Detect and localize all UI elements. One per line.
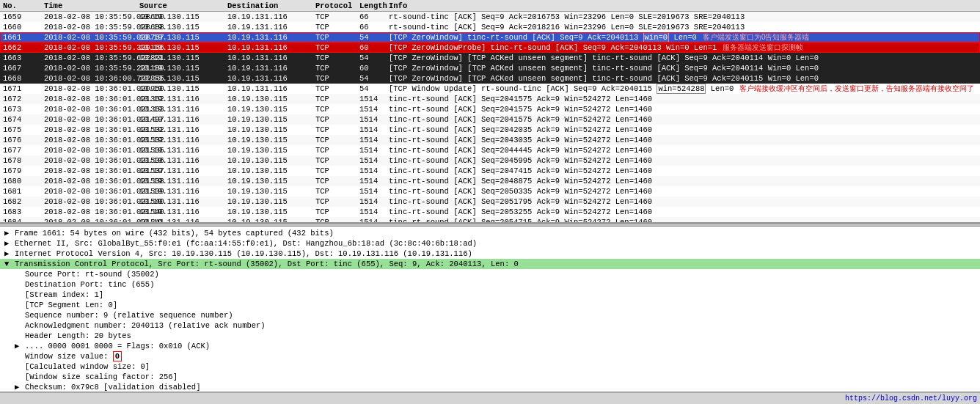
expand-icon[interactable]: ▶ <box>15 382 23 392</box>
detail-line[interactable]: Sequence number: 9 (relative sequence nu… <box>0 310 980 320</box>
packet-src: 10.19.130.115 <box>139 12 227 22</box>
packet-src: 10.19.130.115 <box>139 32 227 43</box>
table-row[interactable]: 1668 2018-02-08 10:36:00.722855 10.19.13… <box>0 73 980 84</box>
packet-dst: 10.19.130.115 <box>227 176 315 186</box>
packet-time: 2018-02-08 10:36:01.021362 <box>44 94 139 104</box>
packet-dst: 10.19.130.115 <box>227 166 315 176</box>
col-header-len: Length <box>359 0 389 11</box>
table-row[interactable]: 1681 2018-02-08 10:36:01.021539 10.19.13… <box>0 186 980 197</box>
packet-no: 1677 <box>0 145 44 155</box>
detail-line[interactable]: Header Length: 20 bytes <box>0 331 980 341</box>
detail-line[interactable]: Acknowledgment number: 2040113 (relative… <box>0 320 980 331</box>
table-row[interactable]: 1676 2018-02-08 10:36:01.021532 10.19.13… <box>0 135 980 145</box>
packet-len: 1514 <box>359 145 389 155</box>
packet-proto: TCP <box>315 53 359 63</box>
detail-line[interactable]: Source Port: rt-sound (35002) <box>0 269 980 279</box>
packet-time: 2018-02-08 10:35:59.221189 <box>44 63 139 73</box>
table-row[interactable]: 1660 2018-02-08 10:35:59.028688 10.19.13… <box>0 22 980 32</box>
packet-info: tinc-rt-sound [ACK] Seq=2041575 Ack=9 Wi… <box>389 104 980 114</box>
packet-info: tinc-rt-sound [ACK] Seq=2041575 Ack=9 Wi… <box>389 94 980 104</box>
table-row[interactable]: 1671 2018-02-08 10:36:01.020950 10.19.13… <box>0 84 980 94</box>
packet-src: 10.19.131.116 <box>139 217 227 223</box>
table-row[interactable]: 1680 2018-02-08 10:36:01.021538 10.19.13… <box>0 176 980 186</box>
packet-proto: TCP <box>315 135 359 145</box>
packet-src: 10.19.131.116 <box>139 197 227 207</box>
packet-no: 1661 <box>0 32 44 43</box>
packet-len: 54 <box>359 73 389 84</box>
packet-info: rt-sound-tinc [ACK] Seq=9 Ack=2018216 Wi… <box>389 22 980 32</box>
table-row[interactable]: 1663 2018-02-08 10:35:59.622821 10.19.13… <box>0 53 980 63</box>
packet-no: 1660 <box>0 22 44 32</box>
detail-line[interactable]: [Stream index: 1] <box>0 290 980 300</box>
table-row[interactable]: 1678 2018-02-08 10:36:01.021536 10.19.13… <box>0 155 980 166</box>
table-row[interactable]: 1672 2018-02-08 10:36:01.021362 10.19.13… <box>0 94 980 104</box>
packet-len: 54 <box>359 53 389 63</box>
detail-line[interactable]: ▶Checksum: 0x79c8 [validation disabled] <box>0 382 980 392</box>
table-row[interactable]: 1675 2018-02-08 10:36:01.021532 10.19.13… <box>0 125 980 135</box>
table-row[interactable]: 1661 2018-02-08 10:35:59.028767 10.19.13… <box>0 32 980 43</box>
expand-icon[interactable]: ▶ <box>4 238 13 249</box>
packet-dst: 10.19.130.115 <box>227 135 315 145</box>
col-header-src: Source <box>139 0 227 11</box>
expand-icon[interactable]: ▶ <box>4 228 13 238</box>
col-header-info: Info <box>389 0 980 11</box>
detail-line[interactable]: ▶Internet Protocol Version 4, Src: 10.19… <box>0 249 980 259</box>
table-row[interactable]: 1682 2018-02-08 10:36:01.021540 10.19.13… <box>0 197 980 207</box>
status-link: https://blog.csdn.net/luyy.org <box>845 394 977 403</box>
packet-src: 10.19.131.116 <box>139 166 227 176</box>
packet-no: 1676 <box>0 135 44 145</box>
packet-dst: 10.19.131.116 <box>227 84 315 94</box>
detail-line[interactable]: [Calculated window size: 0] <box>0 361 980 372</box>
packet-info: [TCP ZeroWindowProbe] tinc-rt-sound [ACK… <box>389 43 980 53</box>
detail-line[interactable]: ▶.... 0000 0001 0000 = Flags: 0x010 (ACK… <box>0 341 980 351</box>
packet-list[interactable]: No. Time Source Destination Protocol Len… <box>0 0 980 223</box>
packet-src: 10.19.131.116 <box>139 145 227 155</box>
packet-proto: TCP <box>315 155 359 166</box>
packet-dst: 10.19.130.115 <box>227 186 315 197</box>
table-row[interactable]: 1674 2018-02-08 10:36:01.021497 10.19.13… <box>0 114 980 125</box>
table-row[interactable]: 1679 2018-02-08 10:36:01.021537 10.19.13… <box>0 166 980 176</box>
packet-len: 1514 <box>359 94 389 104</box>
expand-icon[interactable]: ▶ <box>4 249 13 259</box>
packet-len: 1514 <box>359 197 389 207</box>
detail-line[interactable]: [TCP Segment Len: 0] <box>0 300 980 310</box>
detail-line[interactable]: ▼Transmission Control Protocol, Src Port… <box>0 259 980 269</box>
table-row[interactable]: 1683 2018-02-08 10:36:01.021540 10.19.13… <box>0 207 980 217</box>
packet-len: 1514 <box>359 176 389 186</box>
packet-time: 2018-02-08 10:36:01.021532 <box>44 125 139 135</box>
packet-no: 1682 <box>0 197 44 207</box>
detail-line[interactable]: Window size value: 0 <box>0 351 980 361</box>
packet-proto: TCP <box>315 22 359 32</box>
packet-dst: 10.19.130.115 <box>227 217 315 223</box>
packet-info: tinc-rt-sound [ACK] Seq=2054715 Ack=9 Wi… <box>389 217 980 223</box>
packet-info: tinc-rt-sound [ACK] Seq=2042035 Ack=9 Wi… <box>389 125 980 135</box>
table-row[interactable]: 1673 2018-02-08 10:36:01.021363 10.19.13… <box>0 104 980 114</box>
table-row[interactable]: 1684 2018-02-08 10:36:01.021541 10.19.13… <box>0 217 980 223</box>
packet-no: 1678 <box>0 155 44 166</box>
packet-proto: TCP <box>315 43 359 53</box>
packet-proto: TCP <box>315 176 359 186</box>
detail-line[interactable]: ▶Frame 1661: 54 bytes on wire (432 bits)… <box>0 228 980 238</box>
expand-icon[interactable]: ▼ <box>4 259 13 269</box>
packet-info: rt-sound-tinc [ACK] Seq=9 Ack=2016753 Wi… <box>389 12 980 22</box>
table-row[interactable]: 1659 2018-02-08 10:35:59.028660 10.19.13… <box>0 12 980 22</box>
packet-no: 1663 <box>0 53 44 63</box>
packet-len: 1514 <box>359 114 389 125</box>
packet-len: 1514 <box>359 166 389 176</box>
detail-line[interactable]: Destination Port: tinc (655) <box>0 279 980 290</box>
packet-no: 1673 <box>0 104 44 114</box>
detail-line[interactable]: ▶Ethernet II, Src: GlobalByt_55:f0:e1 (f… <box>0 238 980 249</box>
packet-src: 10.19.131.116 <box>139 125 227 135</box>
packet-dst: 10.19.131.116 <box>227 12 315 22</box>
table-row[interactable]: 1677 2018-02-08 10:36:01.021535 10.19.13… <box>0 145 980 155</box>
packet-time: 2018-02-08 10:36:01.021532 <box>44 135 139 145</box>
expand-icon[interactable]: ▶ <box>15 341 23 351</box>
table-row[interactable]: 1667 2018-02-08 10:35:59.221189 10.19.13… <box>0 63 980 73</box>
detail-line[interactable]: [Window size scaling factor: 256] <box>0 372 980 382</box>
table-row[interactable]: 1662 2018-02-08 10:35:59.329166 10.19.13… <box>0 43 980 53</box>
packet-time: 2018-02-08 10:35:59.329166 <box>44 43 139 53</box>
packet-dst: 10.19.130.115 <box>227 94 315 104</box>
packet-src: 10.19.131.116 <box>139 186 227 197</box>
packet-time: 2018-02-08 10:36:01.021536 <box>44 155 139 166</box>
packet-len: 66 <box>359 12 389 22</box>
